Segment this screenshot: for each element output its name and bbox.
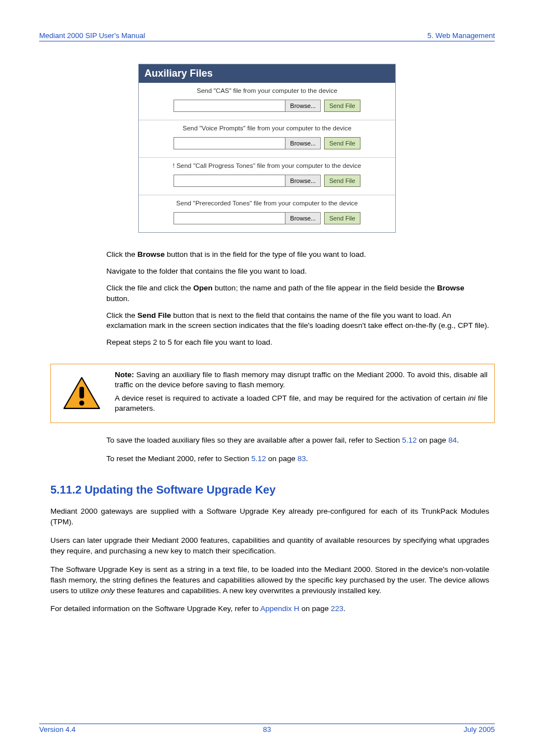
svg-point-2 — [79, 401, 85, 406]
header-left: Mediant 2000 SIP User's Manual — [39, 31, 145, 40]
section-p2: Users can later upgrade their Mediant 20… — [50, 536, 489, 557]
text-bold: Send File — [138, 311, 171, 320]
auxiliary-files-title: Auxiliary Files — [139, 64, 395, 83]
section-p1: Mediant 2000 gateways are supplied with … — [50, 506, 489, 528]
text-bold: Open — [193, 284, 213, 292]
voice-prompts-file-input[interactable] — [174, 137, 285, 149]
link-page-84[interactable]: 84 — [448, 436, 457, 444]
link-page-223[interactable]: 223 — [331, 604, 344, 613]
cas-send-button[interactable]: Send File — [324, 100, 360, 112]
footer-left: Version 4.4 — [39, 725, 76, 734]
text: A device reset is required to activate a… — [115, 394, 468, 402]
after-note-p2: To reset the Mediant 2000, refer to Sect… — [106, 454, 489, 464]
note-content: Note: Saving an auxiliary file to flash … — [113, 364, 494, 423]
prerecorded-file-input[interactable] — [174, 212, 285, 224]
step-5: Click the Send File button that is next … — [106, 311, 489, 331]
aux-section-cpt: ! Send "Call Progress Tones" file from y… — [139, 158, 395, 195]
section-body: Mediant 2000 gateways are supplied with … — [50, 506, 489, 614]
section-p3: The Software Upgrade Key is sent as a st… — [50, 565, 489, 597]
text: button; the name and path of the file ap… — [213, 284, 437, 292]
text: . — [306, 454, 308, 463]
text-italic: only — [101, 586, 115, 595]
text-bold: Browse — [138, 250, 165, 259]
text: button that is in the field for the type… — [165, 250, 366, 259]
text: on page — [417, 436, 448, 444]
note-label: Note: — [115, 370, 134, 379]
cas-browse-button[interactable]: Browse... — [285, 100, 321, 112]
link-section-512[interactable]: 5.12 — [402, 436, 416, 444]
aux-label-prerecorded: Send "Prerecorded Tones" file from your … — [144, 200, 390, 206]
text: on page — [299, 604, 331, 613]
text: To reset the Mediant 2000, refer to Sect… — [106, 454, 251, 463]
text: . — [457, 436, 459, 444]
text: For detailed information on the Software… — [50, 604, 260, 613]
cpt-browse-button[interactable]: Browse... — [285, 175, 321, 187]
text: Click the — [106, 311, 138, 320]
svg-rect-1 — [79, 387, 84, 398]
link-section-512b[interactable]: 5.12 — [251, 454, 266, 463]
note-para-2: A device reset is required to activate a… — [115, 393, 488, 414]
link-appendix-h[interactable]: Appendix H — [260, 604, 299, 613]
page-header: Mediant 2000 SIP User's Manual 5. Web Ma… — [39, 31, 495, 41]
footer-center: 83 — [263, 725, 271, 734]
aux-label-cpt: ! Send "Call Progress Tones" file from y… — [144, 162, 390, 169]
voice-prompts-send-button[interactable]: Send File — [324, 137, 360, 149]
after-note-block: To save the loaded auxiliary files so th… — [106, 435, 489, 464]
text-bold: Browse — [437, 284, 465, 292]
step-3: Navigate to the folder that contains the… — [106, 266, 489, 276]
section-p4: For detailed information on the Software… — [50, 604, 489, 614]
warning-icon — [62, 376, 102, 411]
aux-section-voice-prompts: Send "Voice Prompts" file from your comp… — [139, 120, 395, 158]
text: . — [344, 604, 346, 613]
text-italic: ini — [468, 394, 476, 402]
section-heading-5-11-2: 5.11.2 Updating the Software Upgrade Key — [50, 483, 495, 496]
aux-section-prerecorded: Send "Prerecorded Tones" file from your … — [139, 195, 395, 232]
cpt-send-button[interactable]: Send File — [324, 175, 360, 187]
header-right: 5. Web Management — [428, 31, 495, 40]
note-para-1: Note: Saving an auxiliary file to flash … — [115, 370, 488, 390]
prerecorded-browse-button[interactable]: Browse... — [285, 212, 321, 224]
text: Saving an auxiliary file to flash memory… — [115, 370, 488, 389]
cpt-file-input[interactable] — [174, 175, 285, 187]
step-6: Repeat steps 2 to 5 for each file you wa… — [106, 337, 489, 348]
text: on page — [266, 454, 297, 463]
footer-right: July 2005 — [463, 725, 495, 734]
page-footer: Version 4.4 83 July 2005 — [39, 724, 495, 734]
aux-label-cas: Send "CAS" file from your computer to th… — [144, 87, 390, 94]
step-2: Click the Browse button that is in the f… — [106, 250, 489, 260]
note-icon-cell — [51, 364, 113, 423]
text: these features and capabilities. A new k… — [115, 586, 381, 595]
auxiliary-files-panel: Auxiliary Files Send "CAS" file from you… — [138, 64, 396, 233]
cas-file-input[interactable] — [174, 100, 285, 112]
aux-label-voice-prompts: Send "Voice Prompts" file from your comp… — [144, 125, 390, 132]
prerecorded-send-button[interactable]: Send File — [324, 212, 360, 224]
after-note-p1: To save the loaded auxiliary files so th… — [106, 435, 489, 446]
steps-block: Click the Browse button that is in the f… — [106, 250, 489, 348]
note-box: Note: Saving an auxiliary file to flash … — [50, 364, 495, 424]
aux-section-cas: Send "CAS" file from your computer to th… — [139, 83, 395, 120]
text: button. — [106, 294, 129, 303]
voice-prompts-browse-button[interactable]: Browse... — [285, 137, 321, 149]
step-4: Click the file and click the Open button… — [106, 283, 489, 303]
text: Click the file and click the — [106, 284, 193, 292]
text: Click the — [106, 250, 138, 259]
text: To save the loaded auxiliary files so th… — [106, 436, 402, 444]
link-page-83[interactable]: 83 — [298, 454, 306, 463]
